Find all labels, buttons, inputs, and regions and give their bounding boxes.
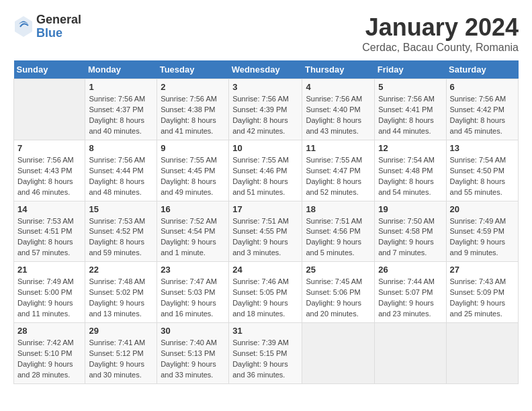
calendar-header: SundayMondayTuesdayWednesdayThursdayFrid… [14,60,519,79]
day-info: Sunrise: 7:50 AMSunset: 4:58 PMDaylight:… [378,216,442,259]
header-monday: Monday [85,60,157,79]
day-info: Sunrise: 7:42 AMSunset: 5:10 PMDaylight:… [17,338,81,381]
day-number: 5 [378,82,442,92]
day-number: 15 [89,204,153,214]
day-number: 2 [161,82,225,92]
day-info: Sunrise: 7:56 AMSunset: 4:43 PMDaylight:… [17,155,81,198]
logo: General Blue [13,13,81,40]
day-info: Sunrise: 7:41 AMSunset: 5:12 PMDaylight:… [89,338,153,381]
day-info: Sunrise: 7:49 AMSunset: 5:00 PMDaylight:… [17,277,81,320]
header-wednesday: Wednesday [229,60,302,79]
day-number: 30 [161,326,225,336]
calendar-cell: 25Sunrise: 7:45 AMSunset: 5:06 PMDayligh… [302,262,375,323]
calendar-cell: 8Sunrise: 7:56 AMSunset: 4:44 PMDaylight… [85,140,157,201]
week-row-5: 28Sunrise: 7:42 AMSunset: 5:10 PMDayligh… [14,323,519,384]
header-sunday: Sunday [14,60,85,79]
svg-marker-0 [15,16,32,37]
day-number: 13 [450,143,515,153]
calendar-cell: 6Sunrise: 7:56 AMSunset: 4:42 PMDaylight… [446,79,518,140]
header-row: SundayMondayTuesdayWednesdayThursdayFrid… [14,60,519,79]
calendar-table: SundayMondayTuesdayWednesdayThursdayFrid… [13,60,519,384]
day-number: 25 [306,265,371,275]
week-row-4: 21Sunrise: 7:49 AMSunset: 5:00 PMDayligh… [14,262,519,323]
calendar-cell: 4Sunrise: 7:56 AMSunset: 4:40 PMDaylight… [302,79,375,140]
day-info: Sunrise: 7:56 AMSunset: 4:42 PMDaylight:… [450,94,515,137]
calendar-subtitle: Cerdac, Bacau County, Romania [362,42,519,54]
title-block: January 2024 Cerdac, Bacau County, Roman… [362,13,519,54]
day-info: Sunrise: 7:46 AMSunset: 5:05 PMDaylight:… [232,277,298,320]
day-number: 27 [450,265,515,275]
calendar-cell: 2Sunrise: 7:56 AMSunset: 4:38 PMDaylight… [157,79,229,140]
day-info: Sunrise: 7:51 AMSunset: 4:55 PMDaylight:… [232,216,298,259]
calendar-cell: 28Sunrise: 7:42 AMSunset: 5:10 PMDayligh… [14,323,85,384]
day-number: 29 [89,326,153,336]
calendar-cell: 1Sunrise: 7:56 AMSunset: 4:37 PMDaylight… [85,79,157,140]
calendar-cell: 17Sunrise: 7:51 AMSunset: 4:55 PMDayligh… [229,201,302,262]
day-info: Sunrise: 7:54 AMSunset: 4:48 PMDaylight:… [378,155,442,198]
header-friday: Friday [375,60,446,79]
page-header: General Blue January 2024 Cerdac, Bacau … [13,13,519,54]
header-saturday: Saturday [446,60,518,79]
calendar-body: 1Sunrise: 7:56 AMSunset: 4:37 PMDaylight… [14,79,519,384]
day-info: Sunrise: 7:44 AMSunset: 5:07 PMDaylight:… [378,277,442,320]
calendar-cell: 24Sunrise: 7:46 AMSunset: 5:05 PMDayligh… [229,262,302,323]
header-thursday: Thursday [302,60,375,79]
day-info: Sunrise: 7:53 AMSunset: 4:51 PMDaylight:… [17,216,81,259]
calendar-cell [14,79,85,140]
day-number: 10 [232,143,298,153]
day-info: Sunrise: 7:51 AMSunset: 4:56 PMDaylight:… [306,216,371,259]
calendar-cell: 27Sunrise: 7:43 AMSunset: 5:09 PMDayligh… [446,262,518,323]
day-number: 28 [17,326,81,336]
day-info: Sunrise: 7:56 AMSunset: 4:39 PMDaylight:… [232,94,298,137]
day-number: 23 [161,265,225,275]
calendar-cell: 13Sunrise: 7:54 AMSunset: 4:50 PMDayligh… [446,140,518,201]
calendar-cell: 30Sunrise: 7:40 AMSunset: 5:13 PMDayligh… [157,323,229,384]
day-info: Sunrise: 7:55 AMSunset: 4:46 PMDaylight:… [232,155,298,198]
day-info: Sunrise: 7:52 AMSunset: 4:54 PMDaylight:… [161,216,225,259]
day-info: Sunrise: 7:56 AMSunset: 4:41 PMDaylight:… [378,94,442,137]
logo-blue-text: Blue [36,27,81,40]
calendar-cell: 18Sunrise: 7:51 AMSunset: 4:56 PMDayligh… [302,201,375,262]
calendar-cell: 10Sunrise: 7:55 AMSunset: 4:46 PMDayligh… [229,140,302,201]
calendar-cell: 26Sunrise: 7:44 AMSunset: 5:07 PMDayligh… [375,262,446,323]
logo-text: General Blue [36,13,81,40]
logo-icon [13,15,34,38]
calendar-cell: 14Sunrise: 7:53 AMSunset: 4:51 PMDayligh… [14,201,85,262]
calendar-cell [446,323,518,384]
calendar-cell: 7Sunrise: 7:56 AMSunset: 4:43 PMDaylight… [14,140,85,201]
calendar-cell: 22Sunrise: 7:48 AMSunset: 5:02 PMDayligh… [85,262,157,323]
calendar-cell: 23Sunrise: 7:47 AMSunset: 5:03 PMDayligh… [157,262,229,323]
calendar-cell [302,323,375,384]
day-info: Sunrise: 7:39 AMSunset: 5:15 PMDaylight:… [232,338,298,381]
day-number: 24 [232,265,298,275]
calendar-cell: 12Sunrise: 7:54 AMSunset: 4:48 PMDayligh… [375,140,446,201]
calendar-cell: 3Sunrise: 7:56 AMSunset: 4:39 PMDaylight… [229,79,302,140]
day-number: 21 [17,265,81,275]
day-info: Sunrise: 7:45 AMSunset: 5:06 PMDaylight:… [306,277,371,320]
day-number: 1 [89,82,153,92]
day-number: 26 [378,265,442,275]
calendar-cell: 11Sunrise: 7:55 AMSunset: 4:47 PMDayligh… [302,140,375,201]
calendar-cell: 9Sunrise: 7:55 AMSunset: 4:45 PMDaylight… [157,140,229,201]
week-row-2: 7Sunrise: 7:56 AMSunset: 4:43 PMDaylight… [14,140,519,201]
calendar-cell [375,323,446,384]
day-info: Sunrise: 7:47 AMSunset: 5:03 PMDaylight:… [161,277,225,320]
calendar-cell: 16Sunrise: 7:52 AMSunset: 4:54 PMDayligh… [157,201,229,262]
day-number: 12 [378,143,442,153]
day-number: 9 [161,143,225,153]
day-number: 8 [89,143,153,153]
calendar-cell: 31Sunrise: 7:39 AMSunset: 5:15 PMDayligh… [229,323,302,384]
day-number: 4 [306,82,371,92]
calendar-cell: 29Sunrise: 7:41 AMSunset: 5:12 PMDayligh… [85,323,157,384]
calendar-cell: 21Sunrise: 7:49 AMSunset: 5:00 PMDayligh… [14,262,85,323]
day-info: Sunrise: 7:56 AMSunset: 4:37 PMDaylight:… [89,94,153,137]
week-row-1: 1Sunrise: 7:56 AMSunset: 4:37 PMDaylight… [14,79,519,140]
day-number: 22 [89,265,153,275]
day-info: Sunrise: 7:56 AMSunset: 4:38 PMDaylight:… [161,94,225,137]
day-number: 3 [232,82,298,92]
day-info: Sunrise: 7:54 AMSunset: 4:50 PMDaylight:… [450,155,515,198]
day-info: Sunrise: 7:43 AMSunset: 5:09 PMDaylight:… [450,277,515,320]
day-info: Sunrise: 7:56 AMSunset: 4:44 PMDaylight:… [89,155,153,198]
day-number: 6 [450,82,515,92]
day-info: Sunrise: 7:53 AMSunset: 4:52 PMDaylight:… [89,216,153,259]
